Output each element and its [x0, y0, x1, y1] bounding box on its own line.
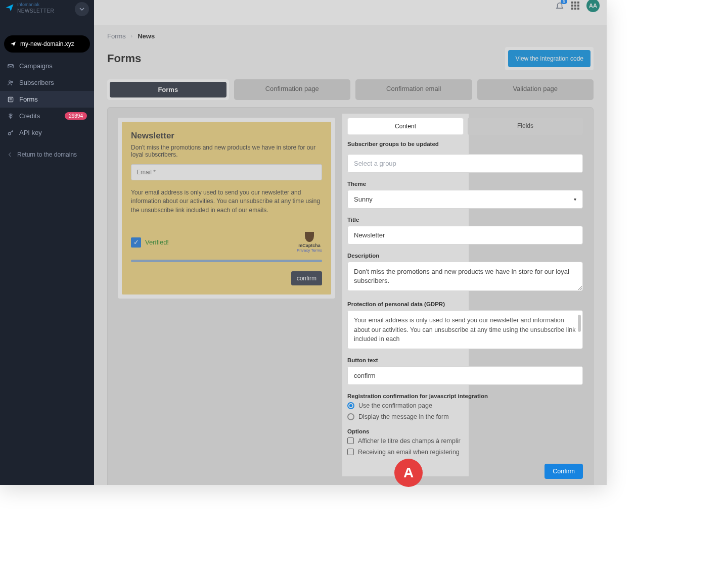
key-icon [7, 129, 14, 136]
radio-label: Use the confirmation page [358, 402, 432, 409]
credits-badge: 29394 [65, 112, 87, 120]
radio-use-confirmation-page[interactable]: Use the confirmation page [347, 402, 583, 409]
captcha-check-icon: ✓ [131, 237, 141, 248]
shield-icon [305, 232, 314, 242]
notifications-button[interactable]: 5 [555, 1, 564, 10]
groups-label: Subscriber groups to be updated [347, 141, 583, 147]
radio-icon [347, 413, 354, 420]
send-icon [10, 41, 16, 47]
svg-point-2 [11, 81, 13, 82]
sidebar-item-label: Campaigns [19, 62, 53, 70]
tab-confirmation-email[interactable]: Confirmation email [355, 79, 472, 100]
gdpr-textarea[interactable]: Your email address is only used to send … [347, 310, 583, 349]
check-label: Afficher le titre des champs à remplir [358, 437, 461, 445]
breadcrumb-current: News [138, 32, 155, 40]
main-content: Forms › News Forms View the integration … [94, 25, 607, 485]
button-text-input[interactable] [347, 366, 583, 385]
captcha-brand: mCaptcha Privacy Terms [297, 232, 322, 253]
chevron-down-icon [79, 7, 84, 12]
captcha-name: mCaptcha [297, 243, 322, 248]
caret-down-icon: ▾ [574, 197, 576, 202]
title-input[interactable] [347, 226, 583, 244]
form-preview-highlight: Newsletter Don't miss the promotions and… [118, 118, 335, 299]
svg-rect-0 [8, 64, 14, 68]
theme-select[interactable]: Sunny ▾ [347, 190, 583, 209]
tab-forms-highlight: Forms [107, 79, 229, 100]
sidebar-item-label: API key [19, 129, 42, 136]
brand-logo-icon [5, 3, 14, 12]
svg-point-1 [9, 80, 11, 82]
apps-grid-button[interactable] [571, 2, 579, 10]
radio-label: Display the message in the form [358, 413, 449, 420]
gdpr-value: Your email address is only used to send … [354, 317, 575, 342]
description-textarea[interactable] [347, 262, 583, 291]
preview-gdpr-text: Your email address is only used to send … [131, 188, 322, 215]
description-label: Description [347, 253, 583, 259]
view-integration-code-button[interactable]: View the integration code [508, 50, 591, 67]
confirmation-label: Registration confirmation for javascript… [347, 393, 583, 399]
groups-placeholder: Select a group [354, 160, 396, 167]
preview-confirm-button[interactable]: confirm [291, 271, 322, 285]
breadcrumb-root[interactable]: Forms [107, 32, 126, 40]
annotation-badge-a: A [394, 459, 423, 487]
sidebar-item-label: Subscribers [19, 79, 54, 86]
topbar-right: 5 AA [94, 0, 607, 11]
domain-selector[interactable]: my-new-domain.xyz [4, 35, 90, 53]
integration-button-highlight: View the integration code [505, 47, 594, 70]
chevron-right-icon: › [131, 33, 132, 39]
preview-email-input[interactable] [131, 164, 322, 180]
confirm-settings-button[interactable]: Confirm [544, 464, 583, 479]
domain-name: my-new-domain.xyz [20, 40, 74, 47]
theme-value: Sunny [354, 195, 373, 203]
checkbox-icon [347, 437, 354, 444]
topbar: Infomaniak NEWSLETTER 5 AA [0, 0, 607, 25]
collapse-sidebar-button[interactable] [75, 2, 89, 16]
radio-display-message[interactable]: Display the message in the form [347, 413, 583, 420]
sidebar-item-campaigns[interactable]: Campaigns [0, 58, 94, 74]
user-avatar[interactable]: AA [586, 0, 600, 12]
tab-confirmation-page[interactable]: Confirmation page [234, 79, 351, 100]
tab-forms[interactable]: Forms [110, 82, 226, 97]
scrollbar-thumb[interactable] [578, 315, 581, 332]
form-preview: Newsletter Don't miss the promotions and… [122, 122, 331, 295]
options-label: Options [347, 428, 583, 434]
sidebar-item-label: Credits [19, 112, 40, 120]
brand-product: Infomaniak [17, 2, 54, 8]
groups-select[interactable]: Select a group [347, 154, 583, 173]
button-text-label: Button text [347, 357, 583, 363]
preview-title: Newsletter [131, 131, 322, 141]
sidebar-item-forms[interactable]: Forms [0, 91, 94, 108]
mail-icon [7, 63, 14, 70]
check-show-field-titles[interactable]: Afficher le titre des champs à remplir [347, 437, 583, 445]
form-editor-card: Newsletter Don't miss the promotions and… [107, 107, 594, 485]
check-receive-email[interactable]: Receiving an email when registering [347, 449, 583, 456]
check-label: Receiving an email when registering [358, 449, 460, 456]
captcha-links[interactable]: Privacy Terms [297, 248, 322, 253]
checkbox-icon [347, 449, 354, 455]
sidebar-item-apikey[interactable]: API key [0, 124, 94, 141]
gdpr-label: Protection of personal data (GDPR) [347, 301, 583, 307]
brand-subtitle: NEWSLETTER [17, 8, 54, 14]
credits-icon [7, 113, 14, 120]
settings-tabs: Content Fields [347, 118, 583, 135]
preview-divider [131, 260, 322, 262]
settings-tab-content[interactable]: Content [347, 118, 464, 135]
return-to-domains[interactable]: Return to the domains [0, 145, 94, 164]
svg-point-4 [8, 132, 11, 135]
form-tabs: Forms Confirmation page Confirmation ema… [107, 79, 594, 100]
tab-validation-page[interactable]: Validation page [477, 79, 594, 100]
settings-tab-fields[interactable]: Fields [468, 118, 583, 135]
form-settings: Content Fields Subscriber groups to be u… [347, 118, 583, 479]
users-icon [7, 79, 14, 86]
sidebar-item-subscribers[interactable]: Subscribers [0, 74, 94, 91]
sidebar-item-label: Forms [19, 95, 38, 103]
sidebar-item-credits[interactable]: Credits 29394 [0, 108, 94, 124]
form-icon [7, 96, 14, 103]
sidebar: my-new-domain.xyz Campaigns Subscribers … [0, 25, 94, 485]
breadcrumb: Forms › News [107, 32, 594, 40]
radio-icon [347, 402, 354, 409]
theme-label: Theme [347, 181, 583, 187]
preview-captcha: ✓ Verified! mCaptcha Privacy Terms [131, 232, 322, 253]
title-label: Title [347, 217, 583, 223]
notif-badge: 5 [561, 0, 567, 4]
